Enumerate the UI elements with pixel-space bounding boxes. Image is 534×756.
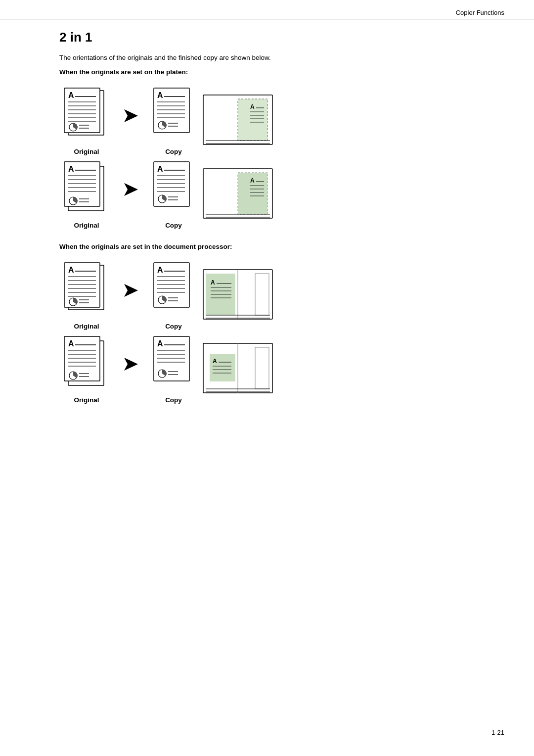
- copy-label-2: Copy: [165, 222, 182, 229]
- copy-label-4: Copy: [165, 396, 182, 404]
- svg-text:A: A: [157, 339, 163, 348]
- section1-row1: A Original ➤ A: [59, 86, 494, 155]
- copy-group-4: A Copy: [146, 334, 201, 404]
- arrow-4: ➤: [123, 354, 137, 375]
- svg-text:A: A: [213, 358, 217, 365]
- svg-text:A: A: [211, 279, 215, 286]
- original-doc-3: A: [59, 260, 114, 320]
- svg-text:A: A: [250, 103, 255, 110]
- svg-text:A: A: [68, 165, 74, 173]
- result-group-3: A: [201, 266, 275, 325]
- svg-text:A: A: [68, 339, 74, 348]
- original-doc-1: A: [59, 86, 114, 145]
- copy-label-1: Copy: [165, 148, 182, 155]
- section1-heading: When the originals are set on the platen…: [59, 68, 494, 76]
- copy-group-1: A Copy: [146, 86, 201, 155]
- result-doc-3: A: [201, 266, 275, 325]
- result-group-2: A: [201, 165, 275, 224]
- svg-text:A: A: [68, 91, 74, 99]
- section2-heading: When the originals are set in the docume…: [59, 243, 494, 250]
- arrow-1: ➤: [123, 105, 137, 126]
- result-group-1: A: [201, 91, 275, 150]
- copy-doc-4: A: [146, 334, 201, 393]
- copy-doc-1: A: [146, 86, 201, 145]
- result-doc-4: A: [201, 339, 275, 399]
- arrow-2: ➤: [123, 179, 137, 200]
- arrow-3: ➤: [123, 280, 137, 301]
- page-number: 1-21: [491, 729, 504, 736]
- result-doc-1: A: [201, 91, 275, 150]
- svg-text:A: A: [157, 165, 163, 173]
- page-title: 2 in 1: [59, 30, 494, 45]
- copy-label-3: Copy: [165, 323, 182, 330]
- original-doc-4: A: [59, 334, 114, 393]
- svg-rect-127: [255, 347, 269, 389]
- svg-text:A: A: [68, 266, 74, 274]
- copy-doc-2: A: [146, 159, 201, 219]
- original-label-3: Original: [74, 323, 99, 330]
- svg-text:A: A: [250, 177, 255, 184]
- header-line: [0, 19, 534, 19]
- svg-text:A: A: [157, 91, 163, 99]
- section2-row2: A Original ➤ A: [59, 334, 494, 404]
- svg-rect-93: [255, 274, 269, 315]
- original-group-1: A Original: [59, 86, 114, 155]
- section2-row1: A Original ➤ A: [59, 260, 494, 330]
- copy-group-2: A Copy: [146, 159, 201, 229]
- section1-row2: A Original ➤ A: [59, 159, 494, 229]
- header-title: Copier Functions: [456, 9, 504, 16]
- copy-group-3: A Copy: [146, 260, 201, 330]
- result-doc-2: A: [201, 165, 275, 224]
- original-label-2: Original: [74, 222, 99, 229]
- svg-text:A: A: [157, 266, 163, 274]
- result-group-4: A: [201, 339, 275, 399]
- original-group-2: A Original: [59, 159, 114, 229]
- original-label-4: Original: [74, 396, 99, 404]
- original-group-4: A Original: [59, 334, 114, 404]
- original-group-3: A Original: [59, 260, 114, 330]
- original-doc-2: A: [59, 159, 114, 219]
- copy-doc-3: A: [146, 260, 201, 320]
- original-label-1: Original: [74, 148, 99, 155]
- intro-text: The orientations of the originals and th…: [59, 54, 494, 61]
- main-content: 2 in 1 The orientations of the originals…: [59, 30, 494, 408]
